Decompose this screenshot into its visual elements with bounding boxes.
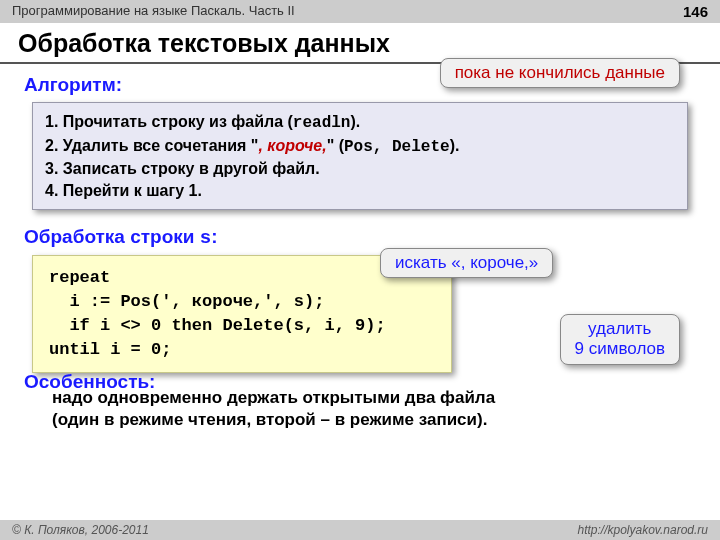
- string-heading: Обработка строки s: Обработка строки s:: [24, 226, 696, 249]
- code-l4: until i = 0;: [49, 340, 171, 359]
- footer: © К. Поляков, 2006-2011 http://kpolyakov…: [0, 520, 720, 540]
- page-number: 146: [683, 3, 708, 20]
- copyright: © К. Поляков, 2006-2011: [12, 523, 149, 537]
- feature-l2: (один в режиме чтения, второй – в режиме…: [52, 410, 487, 429]
- footer-url: http://kpolyakov.narod.ru: [577, 523, 708, 537]
- algo-line-2: 2. Удалить все сочетания ", короче," (Po…: [45, 135, 675, 159]
- algo-line-3: 3. Записать строку в другой файл.: [45, 158, 675, 180]
- algo-line-4: 4. Перейти к шагу 1.: [45, 180, 675, 202]
- code-l2: i := Pos(', короче,', s);: [49, 292, 324, 311]
- feature-heading-hidden: Особенность:: [24, 371, 155, 393]
- feature-text: надо одновременно держать открытыми два …: [52, 387, 696, 431]
- callout-text: искать «, короче,»: [395, 253, 538, 272]
- code-l1: repeat: [49, 268, 110, 287]
- algorithm-heading: Алгоритм:: [24, 74, 696, 96]
- algo-line-1: 1. Прочитать строку из файла (readln).: [45, 111, 675, 135]
- callout-delete-9: удалить 9 символов: [560, 314, 680, 365]
- callout-search: искать «, короче,»: [380, 248, 553, 278]
- course-title: Программирование на языке Паскаль. Часть…: [12, 3, 295, 20]
- callout-l2: 9 символов: [575, 339, 665, 358]
- algorithm-box: 1. Прочитать строку из файла (readln). 2…: [32, 102, 688, 210]
- code-l3: if i <> 0 then Delete(s, i, 9);: [49, 316, 386, 335]
- slide: Программирование на языке Паскаль. Часть…: [0, 0, 720, 540]
- callout-l1: удалить: [588, 319, 651, 338]
- header-bar: Программирование на языке Паскаль. Часть…: [0, 0, 720, 23]
